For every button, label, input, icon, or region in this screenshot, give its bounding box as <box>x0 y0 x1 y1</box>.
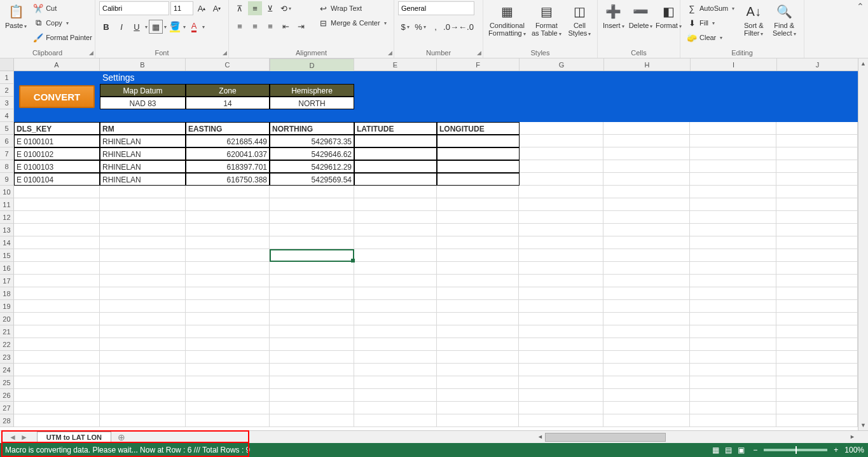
cell-H18[interactable] <box>603 287 690 300</box>
table-cell[interactable]: E 0100103 <box>14 160 100 173</box>
delete-button[interactable]: ➖Delete <box>628 1 654 38</box>
cell-E15[interactable] <box>354 249 437 262</box>
cell-I5[interactable] <box>690 122 776 135</box>
cell-E19[interactable] <box>354 300 437 313</box>
cell-F17[interactable] <box>437 275 520 287</box>
row-header[interactable]: 24 <box>0 364 14 376</box>
table-cell[interactable]: RHINELAN <box>100 135 186 147</box>
cell-I10[interactable] <box>690 186 776 198</box>
increase-decimal-icon[interactable]: .0→ <box>444 20 458 34</box>
clipboard-launcher-icon[interactable]: ◢ <box>89 50 93 56</box>
cell-J22[interactable] <box>776 338 858 351</box>
cell-F16[interactable] <box>437 262 520 275</box>
cell-C27[interactable] <box>186 402 270 414</box>
cell-C23[interactable] <box>186 351 270 364</box>
cell-B11[interactable] <box>100 198 186 211</box>
cell-H24[interactable] <box>603 364 690 376</box>
cell-I6[interactable] <box>690 135 776 147</box>
table-header[interactable]: EASTING <box>186 122 270 135</box>
cell-G12[interactable] <box>519 211 603 224</box>
cell-I14[interactable] <box>690 236 776 249</box>
select-all-corner[interactable] <box>0 58 14 71</box>
cell-F13[interactable] <box>437 224 520 236</box>
new-sheet-icon[interactable]: ⊕ <box>118 432 125 442</box>
cell-C15[interactable] <box>186 249 270 262</box>
cell-B25[interactable] <box>100 376 186 389</box>
font-size-input[interactable] <box>170 1 193 15</box>
decrease-decimal-icon[interactable]: ←.0 <box>459 20 473 34</box>
cell-F15[interactable] <box>437 249 520 262</box>
table-cell[interactable] <box>354 147 437 160</box>
column-header-D[interactable]: D <box>270 58 354 72</box>
row-header[interactable]: 8 <box>0 160 14 173</box>
scroll-up-icon[interactable]: ▲ <box>858 58 868 69</box>
cell-H20[interactable] <box>603 313 690 325</box>
paste-button[interactable]: 📋 Paste <box>4 1 28 38</box>
cell-B26[interactable] <box>100 389 186 402</box>
column-header-B[interactable]: B <box>100 58 186 71</box>
cell-G21[interactable] <box>519 325 603 338</box>
cell-J12[interactable] <box>776 211 858 224</box>
cut-button[interactable]: ✂️Cut <box>31 1 95 15</box>
row-header[interactable]: 22 <box>0 338 14 351</box>
cell-I9[interactable] <box>690 173 776 186</box>
cell-H7[interactable] <box>603 147 690 160</box>
underline-button[interactable]: U <box>130 20 144 34</box>
cell-B22[interactable] <box>100 338 186 351</box>
settings-value[interactable]: NAD 83 <box>100 97 186 109</box>
currency-icon[interactable]: $ <box>398 20 412 34</box>
table-cell[interactable]: 618397.701 <box>186 160 270 173</box>
cell-F11[interactable] <box>437 198 520 211</box>
cell-H12[interactable] <box>603 211 690 224</box>
row-header[interactable]: 2 <box>0 84 14 97</box>
cell-C28[interactable] <box>186 414 270 427</box>
row-header[interactable]: 16 <box>0 262 14 275</box>
cell-D26[interactable] <box>270 389 354 402</box>
row-header[interactable]: 23 <box>0 351 14 364</box>
cell-I21[interactable] <box>690 325 776 338</box>
cell-F28[interactable] <box>437 414 520 427</box>
row-header[interactable]: 25 <box>0 376 14 389</box>
cell-J20[interactable] <box>776 313 858 325</box>
cell-B18[interactable] <box>100 287 186 300</box>
cell-H19[interactable] <box>603 300 690 313</box>
cell-G28[interactable] <box>519 414 603 427</box>
cell-J23[interactable] <box>776 351 858 364</box>
cell-F21[interactable] <box>437 325 520 338</box>
row-header[interactable]: 11 <box>0 198 14 211</box>
cell-J15[interactable] <box>776 249 858 262</box>
table-cell[interactable] <box>437 147 520 160</box>
cell-E18[interactable] <box>354 287 437 300</box>
row-header[interactable]: 3 <box>0 97 14 109</box>
cell-D10[interactable] <box>270 186 354 198</box>
row-header[interactable]: 7 <box>0 147 14 160</box>
cell-H6[interactable] <box>603 135 690 147</box>
cell-B21[interactable] <box>100 325 186 338</box>
row-header[interactable]: 27 <box>0 402 14 414</box>
cell-H28[interactable] <box>603 414 690 427</box>
row-header[interactable]: 20 <box>0 313 14 325</box>
cell-A13[interactable] <box>14 224 100 236</box>
row-header[interactable]: 18 <box>0 287 14 300</box>
row-header[interactable]: 17 <box>0 275 14 287</box>
cell-D16[interactable] <box>270 262 354 275</box>
clear-button[interactable]: 🧽Clear <box>684 31 737 44</box>
copy-button[interactable]: ⧉Copy <box>31 16 95 30</box>
table-header[interactable]: DLS_KEY <box>14 122 100 135</box>
cell-B10[interactable] <box>100 186 186 198</box>
cell-E10[interactable] <box>354 186 437 198</box>
page-break-icon[interactable]: ▣ <box>738 446 745 454</box>
font-color-button[interactable]: A <box>187 20 201 34</box>
tab-prev-icon[interactable]: ◄ <box>9 433 17 442</box>
table-cell[interactable] <box>354 135 437 147</box>
table-cell[interactable]: 616750.388 <box>186 173 270 186</box>
cell-A16[interactable] <box>14 262 100 275</box>
align-right-icon[interactable]: ≡ <box>263 19 277 33</box>
cell-F23[interactable] <box>437 351 520 364</box>
page-layout-icon[interactable]: ▤ <box>725 446 732 454</box>
table-cell[interactable]: 621685.449 <box>186 135 270 147</box>
row-header[interactable]: 5 <box>0 122 14 135</box>
cell-J26[interactable] <box>776 389 858 402</box>
cell-C25[interactable] <box>186 376 270 389</box>
bold-button[interactable]: B <box>99 20 113 34</box>
